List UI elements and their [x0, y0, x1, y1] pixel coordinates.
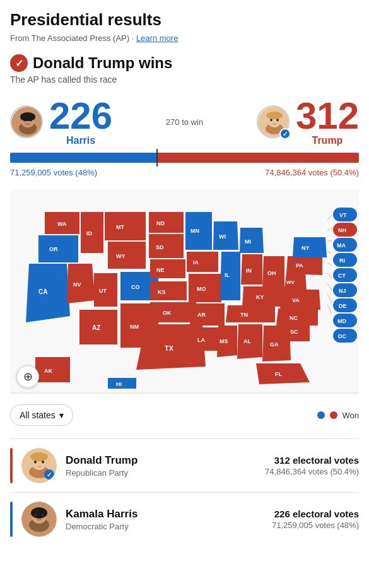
svg-text:OH: OH — [267, 270, 276, 276]
svg-text:VA: VA — [292, 297, 300, 303]
svg-point-96 — [42, 514, 44, 517]
svg-text:SC: SC — [290, 329, 298, 335]
svg-point-95 — [34, 514, 37, 517]
svg-text:CO: CO — [131, 284, 140, 290]
harris-list-name: Kamala Harris — [66, 508, 263, 520]
threshold-divider — [156, 149, 158, 167]
svg-text:NV: NV — [73, 281, 81, 288]
svg-text:MN: MN — [190, 228, 199, 234]
filter-label: All states — [20, 410, 56, 420]
svg-text:WI: WI — [219, 233, 226, 240]
svg-text:NJ: NJ — [339, 288, 346, 294]
state-ks — [150, 281, 187, 300]
svg-text:NY: NY — [302, 245, 310, 251]
svg-text:WV: WV — [286, 279, 295, 285]
state-va — [280, 290, 320, 310]
state-mi — [240, 228, 264, 253]
states-filter-dropdown[interactable]: All states ▾ — [10, 404, 73, 426]
svg-rect-71 — [333, 253, 357, 267]
svg-text:VT: VT — [339, 212, 347, 218]
svg-text:ND: ND — [156, 220, 165, 226]
trump-electoral-votes-label: 312 electoral votes — [265, 455, 359, 466]
svg-text:OR: OR — [49, 246, 58, 252]
svg-point-7 — [20, 112, 35, 121]
svg-text:AL: AL — [243, 338, 251, 344]
state-ia — [187, 252, 218, 272]
trump-vote-group: 312 Trump — [296, 97, 359, 146]
source-line: From The Associated Press (AP) · Learn m… — [10, 33, 359, 43]
trump-list-name: Donald Trump — [66, 454, 256, 467]
state-il — [220, 252, 240, 300]
source-text: From The Associated Press (AP) · — [10, 33, 136, 43]
state-or — [38, 235, 78, 262]
state-wy — [108, 242, 146, 269]
learn-more-link[interactable]: Learn more — [136, 33, 178, 43]
harris-color-bar — [10, 502, 13, 537]
harris-list-info: Kamala Harris Democratic Party — [66, 508, 263, 531]
harris-votes-text: 71,259,005 votes (48%) — [10, 168, 97, 177]
harris-avatar — [10, 105, 43, 138]
legend-blue-dot — [317, 411, 325, 419]
svg-text:AZ: AZ — [92, 324, 100, 331]
harris-popular-votes: 71,259,005 votes (48%) — [272, 520, 359, 530]
state-ne — [150, 259, 185, 278]
legend-label: Won — [343, 411, 360, 420]
harris-progress-bar — [10, 153, 156, 163]
svg-text:CA: CA — [38, 288, 47, 295]
svg-text:PA: PA — [296, 262, 303, 269]
page-title: Presidential results — [10, 10, 359, 30]
svg-text:LA: LA — [197, 337, 205, 343]
threshold-label: 270 to win — [112, 117, 257, 127]
electoral-map: WA OR CA ID NV MT WY UT AZ — [10, 190, 359, 394]
trump-name-label: Trump — [312, 135, 343, 146]
svg-point-88 — [30, 452, 48, 461]
state-hi — [108, 378, 136, 389]
svg-text:IL: IL — [225, 272, 230, 278]
svg-text:✓: ✓ — [47, 471, 52, 478]
svg-text:DC: DC — [338, 333, 346, 339]
trump-candidate-section: 312 Trump ✓ — [257, 97, 359, 146]
svg-text:MT: MT — [116, 224, 124, 230]
svg-text:MD: MD — [337, 318, 346, 324]
svg-text:NM: NM — [130, 324, 139, 330]
progress-bar — [10, 153, 359, 163]
trump-electoral-count: 312 — [296, 97, 359, 135]
svg-text:UT: UT — [99, 288, 107, 294]
chevron-down-icon: ▾ — [59, 410, 64, 420]
winner-check-icon: ✓ — [10, 54, 28, 72]
state-pa — [286, 256, 322, 275]
svg-text:CT: CT — [338, 273, 346, 279]
harris-list-avatar — [21, 502, 57, 537]
svg-point-94 — [31, 507, 47, 519]
zoom-button[interactable]: ⊕ — [16, 365, 39, 388]
svg-text:KS: KS — [158, 289, 166, 295]
svg-text:NH: NH — [338, 227, 346, 233]
harris-electoral-count: 226 — [49, 97, 112, 135]
filter-row: All states ▾ Won — [10, 404, 359, 426]
trump-list-votes: 312 electoral votes 74,846,364 votes (50… — [265, 455, 359, 476]
svg-text:IN: IN — [246, 268, 252, 274]
votes-row: 71,259,005 votes (48%) 74,846,364 votes … — [10, 168, 359, 177]
trump-votes-text: 74,846,364 votes (50.4%) — [265, 168, 359, 177]
trump-color-bar — [10, 448, 13, 483]
svg-text:MO: MO — [197, 286, 206, 292]
winner-banner: ✓ Donald Trump wins — [10, 54, 359, 72]
svg-text:TX: TX — [165, 344, 174, 352]
harris-list-votes: 226 electoral votes 71,259,005 votes (48… — [272, 509, 359, 530]
trump-list-info: Donald Trump Republican Party — [66, 454, 256, 478]
svg-text:WY: WY — [116, 253, 126, 259]
svg-text:RI: RI — [339, 257, 345, 264]
state-nd — [149, 212, 184, 233]
svg-text:NE: NE — [156, 267, 165, 273]
svg-text:NC: NC — [290, 315, 298, 321]
svg-text:OK: OK — [163, 310, 172, 316]
trump-list-party: Republican Party — [66, 468, 256, 478]
svg-text:AR: AR — [197, 312, 206, 318]
ap-called-text: The AP has called this race — [10, 74, 359, 85]
harris-list-item: Kamala Harris Democratic Party 226 elect… — [10, 492, 359, 546]
state-fl — [256, 363, 310, 384]
harris-name-label: Harris — [66, 135, 95, 146]
harris-vote-group: 226 Harris — [49, 97, 112, 146]
state-ar — [190, 303, 225, 326]
svg-text:TN: TN — [240, 312, 248, 318]
